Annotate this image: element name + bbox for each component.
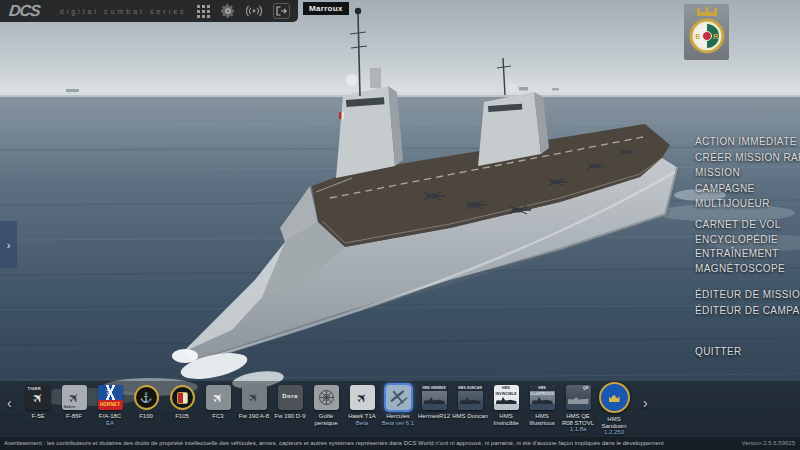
- module-item-hermes-r12[interactable]: HMS HERMES HermesR12: [416, 385, 452, 436]
- module-item-hawk-t1a[interactable]: ✈ Hawk T1A Beta: [344, 385, 380, 436]
- module-label: HMS Invincible: [488, 413, 524, 426]
- footer-bar: Avertissement : les contributeurs et tit…: [0, 437, 800, 450]
- jet-silhouette-icon: ✈: [30, 389, 47, 406]
- menu-item-carnet-de-vol[interactable]: CARNET DE VOL: [695, 218, 785, 233]
- module-item-f86f[interactable]: ✈ Sabre F-86F: [56, 385, 92, 436]
- module-item-fw190d9[interactable]: Dora Fw 190 D-9: [272, 385, 308, 436]
- module-item-hms-duncan[interactable]: HMS DUNCAN HMS Duncan: [452, 385, 488, 436]
- module-label: HMS Duncan: [452, 413, 488, 420]
- module-item-f105[interactable]: F105: [164, 385, 200, 436]
- chevron-right-icon: ›: [7, 239, 11, 251]
- module-scroll-left-icon[interactable]: ‹: [7, 395, 12, 411]
- module-label: FC3: [212, 413, 223, 420]
- carrier-silhouette-icon: [568, 397, 589, 404]
- module-bar: ‹ › TIGER ✈ F-5E ✈ Sabre F-86F ✈ HORNET …: [0, 381, 800, 437]
- prop-plane-silhouette-icon: ✈: [246, 389, 262, 405]
- illustrious-icon-text: HMS ILLUSTRIOUS: [530, 385, 555, 391]
- svg-text:E: E: [695, 32, 701, 41]
- crown-crest-icon: [609, 393, 620, 402]
- fw190d9-dora-module-icon: Dora: [278, 385, 303, 410]
- module-item-hms-sandown[interactable]: HMS Sandown 1.2.250: [596, 385, 632, 436]
- ship-silhouette-icon: [460, 397, 481, 404]
- menu-group-resources: CARNET DE VOL ENCYCLOPÉDIE ENTRAÎNEMENT …: [695, 218, 785, 276]
- shield-crest-icon: [170, 385, 195, 410]
- module-label: HMS Illustrious: [524, 413, 560, 426]
- menu-item-encyclopedie[interactable]: ENCYCLOPÉDIE: [695, 233, 785, 248]
- svg-text:R: R: [713, 32, 719, 41]
- f86f-module-icon: ✈ Sabre: [62, 385, 87, 410]
- menu-item-creer-mission-rapide[interactable]: CRÉER MISSION RAPIDE: [695, 150, 800, 166]
- sea-band: [494, 404, 519, 410]
- hornet-cross-motif: ✈: [98, 385, 123, 400]
- logout-exit-icon[interactable]: [273, 3, 290, 19]
- f100-crest-module-icon: ⚓: [134, 385, 159, 410]
- hms-invincible-module-icon: HMS INVINCIBLE: [494, 385, 519, 410]
- top-bar: DCS digital combat series: [0, 0, 298, 22]
- module-label: Golfe persique: [308, 413, 344, 426]
- module-manager-grid-icon[interactable]: [197, 5, 210, 18]
- module-item-f5e[interactable]: TIGER ✈ F-5E: [20, 385, 56, 436]
- module-scroll-right-icon[interactable]: ›: [643, 395, 648, 411]
- menu-item-mission[interactable]: MISSION: [695, 165, 800, 181]
- jet-silhouette-icon: ✈: [354, 389, 371, 406]
- menu-item-editeur-de-mission[interactable]: ÉDITEUR DE MISSION: [695, 287, 800, 303]
- module-label: HMS Sandown: [596, 416, 632, 429]
- module-label: F-86F: [66, 413, 82, 420]
- legal-disclaimer-text: Avertissement : les contributeurs et tit…: [4, 440, 664, 446]
- hms-duncan-module-icon: HMS DUNCAN: [458, 385, 483, 410]
- circular-motif-icon: [318, 389, 335, 406]
- dcs-tagline: digital combat series: [60, 8, 187, 15]
- dcs-logo: DCS: [8, 2, 41, 20]
- hercules-module-icon: [386, 385, 411, 410]
- news-panel-expander[interactable]: ›: [0, 221, 17, 268]
- module-item-hercules-selected[interactable]: Hercules Beta ver 6.1: [380, 385, 416, 436]
- top-bar-icons: [197, 3, 298, 19]
- username-badge[interactable]: Marroux: [303, 2, 349, 15]
- hornet-icon-text: HORNET: [98, 400, 123, 410]
- menu-item-quitter[interactable]: QUITTER: [695, 344, 742, 360]
- menu-group-quit: QUITTER: [695, 344, 742, 360]
- hms-sandown-crest-module-icon: [599, 382, 630, 413]
- module-row: TIGER ✈ F-5E ✈ Sabre F-86F ✈ HORNET F/A-…: [20, 385, 632, 436]
- invincible-icon-text: HMS INVINCIBLE: [494, 385, 519, 391]
- hms-hermes-module-icon: HMS HERMES: [422, 385, 447, 410]
- f105-crest-module-icon: [170, 385, 195, 410]
- menu-item-action-immediate[interactable]: ACTION IMMÉDIATE: [695, 134, 800, 150]
- sea-band: [566, 404, 591, 410]
- module-item-fa18c[interactable]: ✈ HORNET F/A-18C EA: [92, 385, 128, 436]
- menu-item-multijoueur[interactable]: MULTIJOUEUR: [695, 196, 800, 212]
- naval-crest-icon: E R: [687, 6, 727, 58]
- menu-item-editeur-de-campagne[interactable]: ÉDITEUR DE CAMPAGNE: [695, 303, 800, 319]
- jet-silhouette-icon: ✈: [210, 389, 227, 406]
- module-label: Fw 190 A-8: [239, 413, 269, 420]
- module-item-fc3[interactable]: ✈ FC3: [200, 385, 236, 436]
- fc3-module-icon: ✈: [206, 385, 231, 410]
- sea-band: [422, 404, 447, 410]
- fa18c-hornet-module-icon: ✈ HORNET: [98, 385, 123, 410]
- menu-item-campagne[interactable]: CAMPAGNE: [695, 181, 800, 197]
- qe-icon-text: QE: [566, 385, 591, 391]
- jet-silhouette-icon: ✈: [103, 385, 118, 399]
- module-item-golfe-persique[interactable]: Golfe persique: [308, 385, 344, 436]
- sea-band: [530, 404, 555, 410]
- multiplayer-signal-icon[interactable]: [246, 5, 262, 17]
- version-label: Version 2.5.6.59625: [742, 440, 795, 446]
- module-item-hms-illustrious[interactable]: HMS ILLUSTRIOUS HMS Illustrious: [524, 385, 560, 436]
- ship-silhouette-icon: [496, 397, 517, 404]
- module-item-fw190a8[interactable]: ✈ Fw 190 A-8: [236, 385, 272, 436]
- dora-icon-text: Dora: [278, 393, 303, 399]
- module-label: Fw 190 D-9: [274, 413, 305, 420]
- queen-elizabeth-crest-badge: E R: [684, 4, 729, 60]
- four-engine-plane-icon: [388, 387, 409, 408]
- module-item-hms-qe-r08[interactable]: QE HMS QE R08 STOVL 1.1.8a: [560, 385, 596, 436]
- menu-item-magnetoscope[interactable]: MAGNÉTOSCOPE: [695, 262, 785, 277]
- f86f-icon-text: Sabre: [64, 404, 76, 409]
- module-item-hms-invincible[interactable]: HMS INVINCIBLE HMS Invincible: [488, 385, 524, 436]
- module-label: HMS QE R08 STOVL: [560, 413, 596, 426]
- module-sub-label: EA: [106, 420, 114, 427]
- f5e-module-icon: TIGER ✈: [26, 385, 51, 410]
- module-sub-label: Beta ver 6.1: [382, 420, 414, 427]
- module-item-f100[interactable]: ⚓ F100: [128, 385, 164, 436]
- settings-gear-icon[interactable]: [221, 4, 235, 18]
- menu-item-entrainement[interactable]: ENTRAÎNEMENT: [695, 247, 785, 262]
